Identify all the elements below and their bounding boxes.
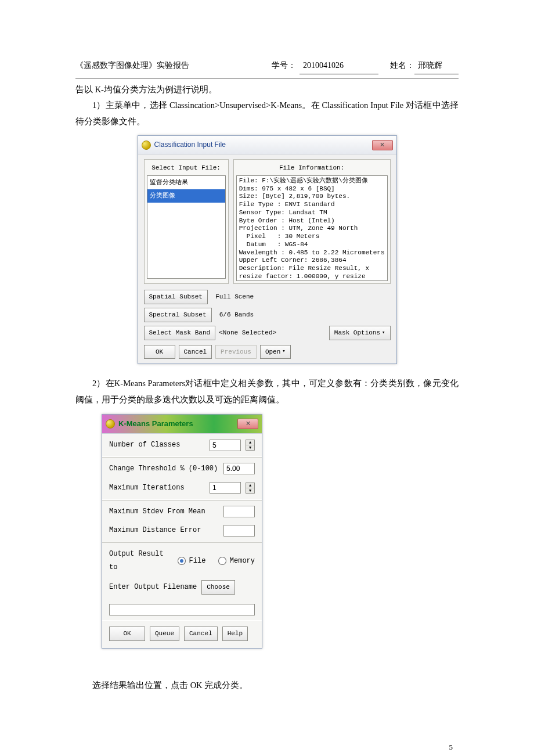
close-icon[interactable]: ✕ [237, 419, 258, 429]
choose-button[interactable]: Choose [201, 580, 235, 595]
envi-app-icon [142, 141, 151, 150]
paragraph-step1: 1）主菜单中，选择 Classincation>Unsupervised>K-M… [75, 98, 459, 129]
dialog2-titlebar[interactable]: K-Means Parameters ✕ [102, 415, 262, 434]
header-name-value: 邢晓辉 [414, 58, 459, 74]
paragraph-step2-cont: 选择结果输出位置，点击 OK 完成分类。 [75, 678, 459, 694]
maximum-iterations-input[interactable] [210, 482, 241, 494]
max-stdev-input[interactable] [223, 506, 255, 517]
spatial-subset-button[interactable]: Spatial Subset [144, 290, 208, 304]
paragraph-intro: 告以 K-均值分类方法为例进行说明。 [75, 82, 459, 98]
file-information-text: File: F:\实验\遥感\实验六数据\分类图像 Dims: 975 x 48… [236, 175, 388, 281]
maximum-iterations-stepper[interactable]: ▲▼ [246, 483, 255, 494]
header-separator [75, 78, 459, 78]
max-distance-error-input[interactable] [223, 525, 255, 537]
number-of-classes-stepper[interactable]: ▲▼ [246, 440, 255, 451]
classification-input-file-dialog: Classification Input File ✕ Select Input… [138, 135, 397, 364]
select-mask-band-button[interactable]: Select Mask Band [144, 326, 216, 340]
enter-output-filename-label: Enter Output Filename [109, 581, 197, 594]
output-file-radio[interactable] [178, 557, 186, 565]
header-course-title: 《遥感数字图像处理》实验报告 [75, 58, 272, 74]
maximum-iterations-label: Maximum Iterations [109, 481, 205, 495]
spatial-subset-value: Full Scene [215, 291, 254, 303]
envi-app-icon [106, 419, 115, 429]
dialog1-body: Select Input File: 监督分类结果 分类图像 File Info… [138, 154, 396, 363]
header-sid-label: 学号： [272, 58, 296, 74]
page-number: 5 [449, 740, 453, 755]
paragraph-step2: 2）在K-Means Parameters对话框中定义相关参数，其中，可定义参数… [75, 376, 459, 408]
dialog1-title: Classification Input File [154, 138, 369, 152]
max-stdev-label: Maximum Stdev From Mean [109, 505, 219, 519]
dialog2-title: K-Means Parameters [118, 417, 234, 431]
header-name-label: 姓名： [390, 58, 414, 74]
output-filename-input[interactable] [109, 604, 255, 615]
select-input-file-panel: Select Input File: 监督分类结果 分类图像 [144, 159, 229, 284]
file-information-panel: File Information: File: F:\实验\遥感\实验六数据\分… [233, 159, 391, 284]
spectral-subset-button[interactable]: Spectral Subset [144, 308, 212, 322]
input-file-listbox[interactable]: 监督分类结果 分类图像 [147, 175, 226, 279]
cancel-button[interactable]: Cancel [184, 627, 218, 641]
open-button[interactable]: Open [260, 345, 291, 359]
queue-button[interactable]: Queue [150, 627, 179, 641]
previous-button: Previous [215, 345, 257, 359]
mask-options-button[interactable]: Mask Options [329, 326, 391, 340]
help-button[interactable]: Help [222, 627, 248, 641]
select-mask-band-value: <None Selected> [219, 327, 276, 339]
header-sid-value: 2010041026 [300, 58, 378, 74]
dialog2-body: Number of Classes ▲▼ Change Threshold % … [102, 434, 262, 647]
file-information-title: File Information: [236, 161, 388, 175]
dialog1-titlebar[interactable]: Classification Input File ✕ [138, 136, 396, 154]
number-of-classes-input[interactable] [210, 440, 241, 451]
report-header: 《遥感数字图像处理》实验报告 学号： 2010041026 姓名： 邢晓辉 [75, 58, 459, 74]
max-distance-error-label: Maximum Distance Error [109, 524, 219, 537]
ok-button[interactable]: OK [109, 627, 145, 641]
output-result-to-label: Output Result to [109, 548, 174, 574]
close-icon[interactable]: ✕ [372, 140, 393, 150]
list-item-selected[interactable]: 分类图像 [147, 189, 225, 203]
output-memory-radio[interactable] [218, 557, 226, 565]
spectral-subset-value: 6/6 Bands [219, 309, 254, 321]
kmeans-parameters-dialog: K-Means Parameters ✕ Number of Classes ▲… [102, 414, 262, 649]
change-threshold-label: Change Threshold % (0-100) [109, 462, 219, 476]
number-of-classes-label: Number of Classes [109, 438, 205, 452]
page: 《遥感数字图像处理》实验报告 学号： 2010041026 姓名： 邢晓辉 告以… [0, 0, 534, 756]
list-item[interactable]: 监督分类结果 [147, 176, 225, 189]
ok-button[interactable]: OK [144, 345, 175, 359]
output-file-label: File [189, 555, 206, 568]
output-memory-label: Memory [230, 555, 255, 568]
change-threshold-input[interactable] [223, 463, 255, 474]
select-input-file-title: Select Input File: [147, 161, 226, 175]
cancel-button[interactable]: Cancel [179, 345, 212, 359]
